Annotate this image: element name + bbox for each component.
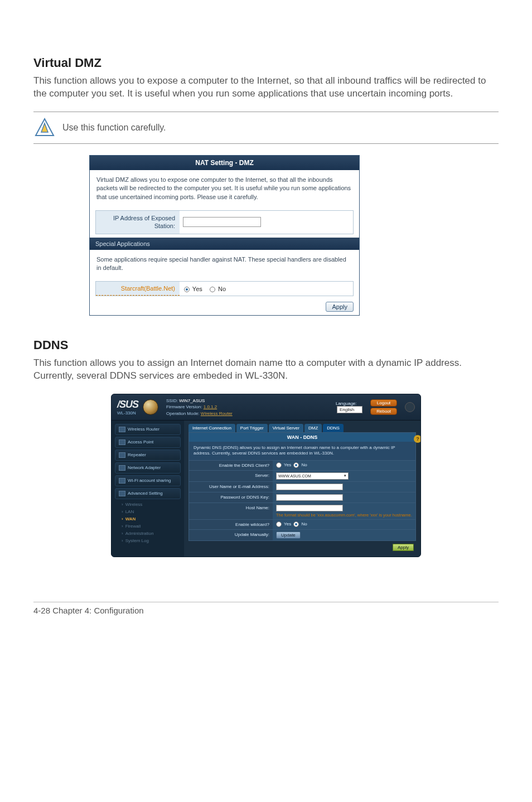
yes-label: Yes: [284, 521, 291, 526]
dmz-title: NAT Setting - DMZ: [90, 156, 359, 170]
dmz-starcraft-label: Starcraft(Battle.Net): [96, 282, 180, 296]
sidebar-access-point[interactable]: Access Point: [115, 437, 181, 448]
dmz-ip-row: IP Address of Exposed Station:: [95, 210, 354, 234]
sidebar-item-label: Firewall: [125, 524, 141, 529]
dmz-panel: NAT Setting - DMZ Virtual DMZ allows you…: [89, 155, 360, 316]
fw-value[interactable]: 1.0.1.2: [204, 404, 217, 409]
ddns-wildcard-label: Enable wildcard?: [189, 520, 273, 529]
page-footer: 4-28 Chapter 4: Configuration: [33, 602, 499, 615]
ddns-wildcard-yes[interactable]: Yes: [276, 521, 291, 527]
globe-icon: [143, 399, 158, 415]
device-icon: [119, 465, 125, 471]
sidebar-network-adapter[interactable]: Network Adapter: [115, 462, 181, 474]
chevron-down-icon: ▾: [344, 474, 346, 478]
tab-virtual-server[interactable]: Virtual Server: [269, 424, 303, 432]
ddns-pass-input[interactable]: [276, 494, 343, 501]
starcraft-no-radio[interactable]: No: [210, 286, 226, 292]
tab-ddns[interactable]: DDNS: [323, 424, 344, 432]
mode-label: Operation Mode:: [166, 411, 200, 416]
help-badge-icon[interactable]: ?: [414, 435, 421, 443]
sidebar-admin[interactable]: ›Administration: [115, 530, 181, 537]
dmz-special-desc: Some applications require special handle…: [90, 250, 359, 278]
ddns-enable-yes[interactable]: Yes: [276, 462, 291, 468]
router-main: Internet Connection Port Trigger Virtual…: [184, 421, 420, 557]
language-select[interactable]: English: [337, 406, 362, 413]
ddns-user-input[interactable]: [276, 484, 343, 490]
device-icon: [119, 452, 125, 458]
yes-label: Yes: [284, 462, 291, 467]
dmz-special-header: Special Applications: [90, 238, 359, 250]
mode-value[interactable]: Wireless Router: [201, 411, 233, 416]
router-ui: /SUS WL-330N SSID: WIN7_ASUS Firmware Ve…: [111, 394, 421, 557]
ddns-enable-no[interactable]: No: [293, 462, 307, 468]
sidebar-lan[interactable]: ›LAN: [115, 508, 181, 515]
device-icon: [119, 427, 125, 432]
language-block: Language: English: [336, 401, 362, 413]
sidebar-item-label: Administration: [125, 531, 154, 536]
no-label: No: [218, 286, 226, 292]
starcraft-yes-radio[interactable]: Yes: [184, 286, 202, 292]
sidebar-item-label: Repeater: [128, 452, 146, 457]
note-text: Use this function carefully.: [62, 123, 166, 133]
sidebar-item-label: Access Point: [128, 439, 153, 445]
warning-icon: [33, 117, 56, 139]
sidebar-repeater[interactable]: Repeater: [115, 450, 181, 461]
ddns-host-label: Host Name:: [189, 503, 273, 519]
ddns-heading: DDNS: [33, 338, 499, 352]
logout-button[interactable]: Logout: [370, 399, 397, 407]
dmz-intro: Virtual DMZ allows you to expose one com…: [90, 170, 359, 207]
ddns-update-button[interactable]: Update: [276, 532, 301, 539]
tab-port-trigger[interactable]: Port Trigger: [236, 424, 268, 432]
tab-internet[interactable]: Internet Connection: [188, 424, 235, 432]
note-box: Use this function carefully.: [33, 112, 499, 144]
ddns-desc: This function allows you to assign an In…: [33, 357, 499, 383]
tabs: Internet Connection Port Trigger Virtual…: [188, 424, 416, 432]
sidebar-wan[interactable]: ›WAN: [115, 515, 181, 523]
ddns-host-input[interactable]: [276, 505, 343, 511]
reboot-button[interactable]: Reboot: [370, 408, 397, 415]
router-header: /SUS WL-330N SSID: WIN7_ASUS Firmware Ve…: [112, 394, 420, 421]
ssid-value: WIN7_ASUS: [179, 398, 205, 403]
dmz-ip-label: IP Address of Exposed Station:: [96, 211, 180, 234]
ddns-server-select[interactable]: WWW.ASUS.COM▾: [276, 472, 349, 480]
ddns-title: WAN - DDNS: [189, 433, 415, 442]
ddns-wildcard-no[interactable]: No: [293, 521, 307, 527]
ssid-block: SSID: WIN7_ASUS Firmware Version: 1.0.1.…: [166, 398, 233, 417]
ddns-intro: Dynamic DNS (DDNS) allows you to assign …: [189, 442, 415, 460]
ddns-update-label: Update Manually:: [189, 530, 273, 540]
ddns-enable-label: Enable the DDNS Client?: [189, 461, 273, 470]
sidebar-wifi-sharing[interactable]: Wi-Fi account sharing: [115, 475, 181, 486]
router-logo: /SUS WL-330N: [117, 399, 138, 416]
sidebar-item-label: Advanced Setting: [128, 491, 163, 496]
tab-dmz[interactable]: DMZ: [304, 424, 322, 432]
sidebar-advanced[interactable]: Advanced Setting: [115, 488, 181, 499]
sidebar-item-label: LAN: [125, 509, 134, 514]
ddns-server-label: Server:: [189, 471, 273, 481]
fw-label: Firmware Version:: [166, 404, 202, 409]
sidebar-wireless-router[interactable]: Wireless Router: [115, 424, 181, 435]
vdmz-desc: This function allows you to expose a com…: [33, 75, 499, 100]
sidebar-item-label: Network Adapter: [128, 465, 161, 470]
yes-label: Yes: [192, 286, 202, 292]
sidebar-wireless[interactable]: ›Wireless: [115, 501, 181, 508]
dmz-ip-input[interactable]: [183, 217, 261, 227]
svg-marker-1: [41, 123, 48, 132]
ssid-label: SSID:: [166, 398, 178, 403]
sidebar-item-label: Wireless Router: [128, 427, 159, 432]
ddns-apply-button[interactable]: Apply: [393, 544, 414, 551]
language-label: Language:: [336, 401, 357, 406]
dmz-apply-button[interactable]: Apply: [326, 302, 354, 312]
model-text: WL-330N: [117, 410, 136, 416]
sidebar-item-label: Wireless: [125, 502, 143, 507]
dmz-starcraft-row: Starcraft(Battle.Net) Yes No: [95, 281, 354, 296]
ddns-panel: WAN - DDNS Dynamic DNS (DDNS) allows you…: [188, 432, 416, 541]
ddns-pass-label: Password or DDNS Key:: [189, 492, 273, 503]
sidebar-syslog[interactable]: ›System Log: [115, 537, 181, 544]
no-label: No: [301, 462, 307, 467]
ddns-server-value: WWW.ASUS.COM: [278, 474, 311, 478]
sidebar-item-label: WAN: [125, 516, 136, 521]
sidebar: Wireless Router Access Point Repeater Ne…: [112, 421, 184, 557]
help-icon[interactable]: [405, 402, 415, 412]
sidebar-firewall[interactable]: ›Firewall: [115, 523, 181, 530]
brand-text: /SUS: [117, 399, 138, 410]
